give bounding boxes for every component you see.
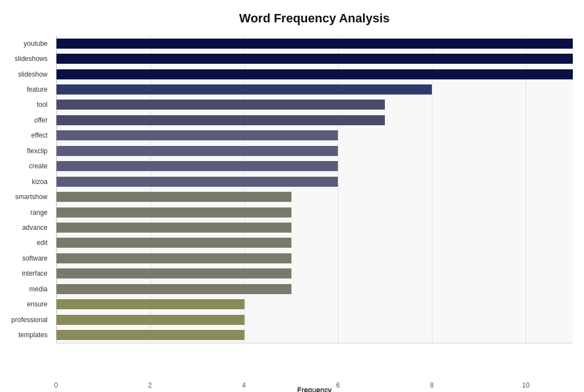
bar-wrapper: [56, 237, 573, 249]
bar-label: smartshow: [2, 193, 52, 201]
bar-label: software: [2, 254, 52, 262]
bar: [56, 223, 291, 233]
x-axis-label-bottom: Frequency: [56, 386, 573, 392]
bar-label: ensure: [2, 300, 52, 308]
bar-wrapper: [56, 53, 573, 65]
grid-line: [244, 36, 245, 343]
bar: [56, 130, 338, 140]
bar-row: interface: [56, 267, 573, 280]
bar-label: slideshow: [2, 70, 52, 78]
bar-label: slideshows: [2, 55, 52, 63]
bar: [56, 207, 291, 218]
bar: [56, 69, 573, 79]
bar-row: templates: [56, 329, 573, 341]
grid-line: [432, 36, 432, 343]
bar-row: professional: [56, 314, 573, 326]
bar-wrapper: [56, 314, 573, 326]
bar-label: templates: [2, 331, 52, 339]
bar: [56, 54, 573, 64]
bar-wrapper: [56, 145, 573, 157]
bar-row: media: [56, 283, 573, 295]
bar-wrapper: [56, 68, 573, 81]
bar-wrapper: [56, 191, 573, 203]
bar-label: interface: [2, 270, 52, 277]
bar-row: offer: [56, 114, 573, 126]
bar: [56, 39, 573, 49]
bar-label: feature: [2, 86, 52, 93]
bar-row: youtube: [56, 37, 573, 50]
bar: [56, 299, 244, 309]
grid-line: [56, 36, 57, 343]
bar-label: advance: [2, 224, 52, 232]
bar-wrapper: [56, 83, 573, 96]
bar: [56, 315, 244, 325]
bar: [56, 177, 338, 187]
bar-label: edit: [2, 239, 52, 247]
bar: [56, 84, 432, 95]
chart-area: youtubeslideshowsslideshowfeaturetooloff…: [56, 36, 573, 366]
bar-wrapper: [56, 329, 573, 341]
bar: [56, 161, 338, 171]
bar-row: flexclip: [56, 145, 573, 157]
bar-wrapper: [56, 298, 573, 310]
bar-row: slideshows: [56, 53, 573, 65]
bar: [56, 238, 291, 248]
bar-wrapper: [56, 252, 573, 265]
bar-row: software: [56, 252, 573, 265]
bar: [56, 192, 291, 202]
bar: [56, 146, 338, 156]
grid-line: [338, 36, 338, 343]
bar-row: tool: [56, 98, 573, 111]
grid-line: [150, 36, 151, 343]
bar-wrapper: [56, 160, 573, 172]
bar-row: create: [56, 160, 573, 172]
bar-row: ensure: [56, 298, 573, 310]
bar-label: professional: [2, 316, 52, 324]
bar-row: advance: [56, 221, 573, 234]
bar: [56, 284, 291, 294]
bar-label: effect: [2, 131, 52, 139]
bar: [56, 268, 291, 278]
bar-wrapper: [56, 221, 573, 234]
bars-section: youtubeslideshowsslideshowfeaturetooloff…: [56, 36, 573, 343]
bar-wrapper: [56, 176, 573, 188]
bar-row: kizoa: [56, 176, 573, 188]
bar: [56, 330, 244, 340]
bar: [56, 100, 385, 110]
bar-row: effect: [56, 129, 573, 141]
bar-row: range: [56, 206, 573, 219]
bar-row: feature: [56, 83, 573, 96]
chart-container: Word Frequency Analysis youtubeslideshow…: [0, 0, 584, 392]
bar-label: kizoa: [2, 178, 52, 186]
bar-label: flexclip: [2, 147, 52, 155]
bar-label: tool: [2, 101, 52, 108]
bar-label: media: [2, 285, 52, 293]
bar-label: range: [2, 209, 52, 216]
chart-title: Word Frequency Analysis: [56, 11, 573, 26]
bar-wrapper: [56, 37, 573, 50]
grid-line: [526, 36, 526, 343]
bar-wrapper: [56, 114, 573, 126]
bar: [56, 253, 291, 263]
bar-wrapper: [56, 267, 573, 280]
bar-wrapper: [56, 129, 573, 141]
bar-wrapper: [56, 283, 573, 295]
bar-row: smartshow: [56, 191, 573, 203]
bar-label: offer: [2, 116, 52, 124]
bar-label: youtube: [2, 40, 52, 48]
bar-wrapper: [56, 98, 573, 111]
bar-wrapper: [56, 206, 573, 219]
bar-row: edit: [56, 237, 573, 249]
bar-label: create: [2, 162, 52, 170]
bar-row: slideshow: [56, 68, 573, 81]
bar: [56, 115, 385, 125]
